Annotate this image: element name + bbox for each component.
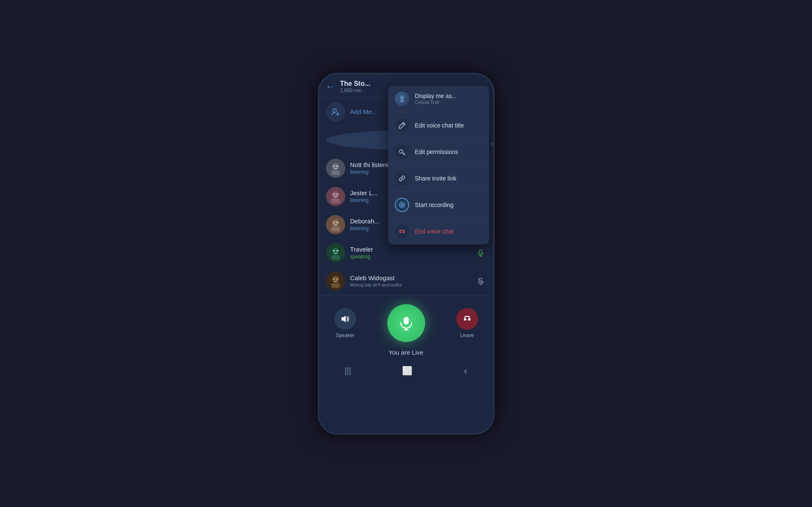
svg-point-7 bbox=[401, 204, 403, 206]
svg-point-8 bbox=[399, 231, 401, 233]
key-icon bbox=[395, 145, 409, 159]
menu-item-edit-perms[interactable]: Edit permissions bbox=[388, 139, 489, 165]
dropdown-menu: Display me as... Critical Troll Edit voi… bbox=[388, 86, 489, 244]
troll-avatar-icon bbox=[395, 92, 409, 106]
phone-frame: ← The Sto... 1,680 me... bbox=[318, 73, 495, 435]
menu-item-record[interactable]: Start recording bbox=[388, 192, 489, 218]
menu-item-end[interactable]: End voice chat bbox=[388, 218, 489, 244]
menu-item-display[interactable]: Display me as... Critical Troll bbox=[388, 86, 489, 112]
svg-marker-2 bbox=[401, 95, 403, 96]
pencil-icon bbox=[395, 118, 409, 133]
display-text-wrap: Display me as... Critical Troll bbox=[415, 93, 457, 105]
menu-item-edit-title[interactable]: Edit voice chat title bbox=[388, 112, 489, 139]
link-icon bbox=[395, 171, 409, 186]
display-sub: Critical Troll bbox=[415, 100, 457, 105]
share-link-label: Share invite link bbox=[415, 175, 457, 182]
dropdown-overlay[interactable]: Display me as... Critical Troll Edit voi… bbox=[319, 74, 493, 433]
edit-title-label: Edit voice chat title bbox=[415, 122, 464, 129]
phone-screen: ← The Sto... 1,680 me... bbox=[319, 74, 493, 433]
svg-point-9 bbox=[403, 231, 405, 233]
record-icon bbox=[395, 198, 409, 212]
display-label: Display me as... bbox=[415, 93, 457, 99]
edit-perms-label: Edit permissions bbox=[415, 149, 458, 155]
menu-item-share[interactable]: Share invite link bbox=[388, 165, 489, 192]
svg-point-0 bbox=[400, 96, 404, 100]
svg-rect-1 bbox=[400, 100, 404, 102]
phone-end-icon bbox=[395, 224, 409, 239]
end-chat-label: End voice chat bbox=[415, 228, 454, 235]
start-record-label: Start recording bbox=[415, 202, 454, 208]
